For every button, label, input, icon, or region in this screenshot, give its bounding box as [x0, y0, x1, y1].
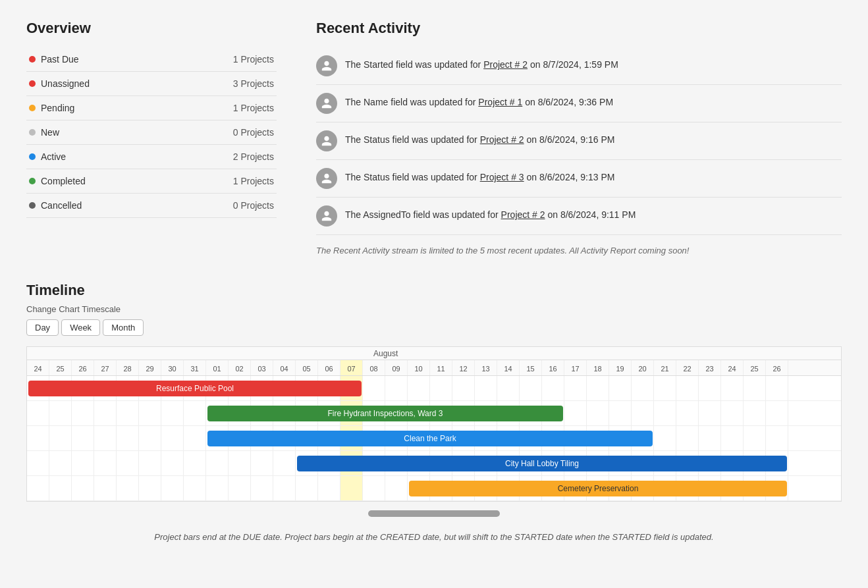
timescale-btn-month[interactable]: Month: [103, 319, 144, 336]
gantt-cell: [72, 476, 94, 500]
activity-list: The Started field was updated for Projec…: [316, 47, 842, 235]
gantt-cell: [699, 376, 721, 400]
overview-row: Unassigned 3 Projects: [26, 72, 277, 96]
scrollbar-thumb[interactable]: [368, 510, 500, 517]
activity-link[interactable]: Project # 2: [501, 209, 545, 220]
gantt-cell: [161, 426, 184, 450]
status-count: 1 Projects: [158, 47, 277, 72]
gantt-cell: [766, 426, 788, 450]
overview-row: Active 2 Projects: [26, 145, 277, 169]
gantt-cell: [161, 401, 184, 425]
overview-table: Past Due 1 Projects Unassigned 3 Project…: [26, 47, 277, 218]
gantt-day-header: 30: [161, 360, 184, 375]
status-count: 0 Projects: [158, 120, 277, 145]
timescale-buttons: DayWeekMonth: [26, 319, 842, 336]
status-cell: Pending: [29, 103, 155, 113]
gantt-row: Cemetery Preservation: [27, 476, 841, 501]
gantt-cell: [184, 426, 206, 450]
gantt-days-header: 2425262728293031010203040506070809101112…: [27, 360, 841, 376]
avatar: [316, 55, 337, 76]
main-container: Overview Past Due 1 Projects Unassigned …: [0, 0, 868, 562]
gantt-day-header: 01: [206, 360, 229, 375]
activity-text: The Status field was updated for Project…: [345, 168, 614, 184]
top-section: Overview Past Due 1 Projects Unassigned …: [26, 20, 842, 255]
gantt-day-header: 23: [699, 360, 721, 375]
gantt-cell: [117, 401, 139, 425]
gantt-day-header: 06: [318, 360, 340, 375]
gantt-day-header: 18: [587, 360, 609, 375]
gantt-bar[interactable]: Resurface Public Pool: [28, 381, 362, 396]
gantt-cell: [564, 376, 587, 400]
gantt-cell: [385, 376, 408, 400]
gantt-cell: [117, 451, 139, 475]
overview-row: Cancelled 0 Projects: [26, 194, 277, 218]
gantt-day-header: 12: [452, 360, 475, 375]
gantt-cell: [94, 401, 117, 425]
status-count: 1 Projects: [158, 169, 277, 194]
activity-link[interactable]: Project # 2: [480, 134, 524, 145]
gantt-day-header: 16: [542, 360, 564, 375]
gantt-day-header: 15: [520, 360, 542, 375]
scrollbar-area: [26, 508, 842, 519]
gantt-cell: [654, 401, 676, 425]
gantt-cell: [452, 376, 475, 400]
activity-link[interactable]: Project # 2: [483, 59, 528, 70]
gantt-cell: [94, 476, 117, 500]
gantt-cell: [408, 376, 430, 400]
status-label: Pending: [41, 103, 74, 113]
gantt-day-header: 02: [229, 360, 251, 375]
timescale-btn-day[interactable]: Day: [26, 319, 59, 336]
gantt-cell: [49, 426, 72, 450]
gantt-cell: [139, 476, 161, 500]
gantt-cell: [609, 401, 632, 425]
status-dot: [29, 105, 36, 111]
gantt-cell: [587, 401, 609, 425]
gantt-bar[interactable]: City Hall Lobby Tiling: [297, 456, 787, 471]
timescale-label: Change Chart Timescale: [26, 304, 842, 314]
gantt-cell: [27, 476, 49, 500]
gantt-day-header: 25: [49, 360, 72, 375]
gantt-cell: [654, 426, 676, 450]
gantt-cell: [699, 401, 721, 425]
gantt-cell: [721, 426, 744, 450]
gantt-bar[interactable]: Cemetery Preservation: [409, 481, 787, 496]
gantt-day-header: 19: [609, 360, 632, 375]
status-count: 2 Projects: [158, 145, 277, 169]
status-label: New: [41, 127, 59, 138]
gantt-bar[interactable]: Clean the Park: [207, 431, 653, 446]
gantt-day-header: 20: [632, 360, 654, 375]
gantt-bar[interactable]: Fire Hydrant Inspections, Ward 3: [207, 406, 563, 421]
gantt-cell: [49, 476, 72, 500]
gantt-day-header: 05: [296, 360, 318, 375]
gantt-cell: [27, 451, 49, 475]
status-dot: [29, 178, 36, 184]
gantt-row: Fire Hydrant Inspections, Ward 3: [27, 401, 841, 426]
avatar: [316, 168, 337, 189]
timeline-section: Timeline Change Chart Timescale DayWeekM…: [26, 282, 842, 542]
gantt-day-header: 17: [564, 360, 587, 375]
status-label: Active: [41, 151, 66, 162]
gantt-cell: [766, 376, 788, 400]
overview-row: New 0 Projects: [26, 120, 277, 145]
status-label: Cancelled: [41, 200, 82, 211]
activity-link[interactable]: Project # 1: [478, 97, 522, 107]
activity-item: The Status field was updated for Project…: [316, 160, 842, 198]
gantt-day-header: 24: [27, 360, 49, 375]
timescale-btn-week[interactable]: Week: [61, 319, 100, 336]
timeline-title: Timeline: [26, 282, 842, 299]
activity-item: The Status field was updated for Project…: [316, 122, 842, 160]
overview-row: Completed 1 Projects: [26, 169, 277, 194]
gantt-body: Resurface Public PoolFire Hydrant Inspec…: [27, 376, 841, 501]
gantt-cell: [609, 376, 632, 400]
gantt-cell: [721, 401, 744, 425]
footer-note: Project bars end at the DUE date. Projec…: [26, 532, 842, 542]
activity-note: The Recent Activity stream is limited to…: [316, 246, 842, 255]
activity-link[interactable]: Project # 3: [480, 172, 524, 182]
status-cell: New: [29, 127, 155, 138]
status-dot: [29, 153, 36, 160]
activity-text: The Started field was updated for Projec…: [345, 55, 618, 72]
gantt-day-header: 28: [117, 360, 139, 375]
gantt-cell: [251, 451, 273, 475]
gantt-cell: [632, 376, 654, 400]
status-cell: Past Due: [29, 54, 155, 65]
